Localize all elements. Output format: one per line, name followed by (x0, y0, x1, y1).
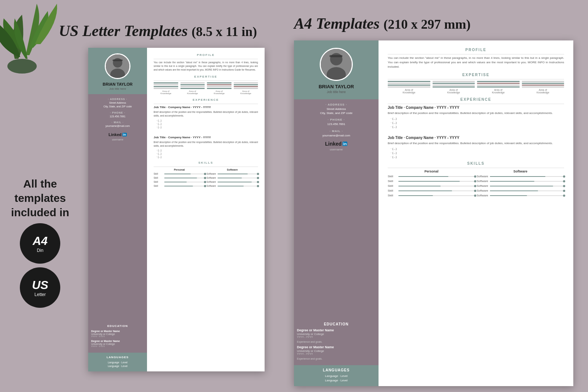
a4-skill-name-p3: Skill (388, 184, 397, 188)
a4-expertise-bar (522, 85, 564, 86)
a4-exp-desc1: Brief description of the position and th… (388, 111, 564, 115)
us-edu-years-1: YYYY - YYYY (91, 335, 144, 338)
us-expertise-bar (154, 88, 178, 89)
us-mail-block: · MAIL · yourname@mail.com (91, 121, 144, 128)
a4-skill-name-p2: Skill (388, 179, 397, 183)
a4-profile-text: You can include the section "about me" i… (388, 56, 564, 69)
us-exp-bullet-1-2: · (...) (154, 122, 258, 125)
us-address-line1: Street Address (91, 101, 144, 105)
a4-skill-bar-p2 (398, 181, 475, 182)
a4-skills-grid: Personal Skill Skill Skill (388, 170, 564, 199)
a4-expertise-bar (477, 83, 520, 84)
a4-expertise-label-2: Area ofKnowledge (447, 89, 460, 94)
us-edu-years-2: YYYY - YYYY (91, 345, 144, 348)
a4-skill-bar-s4 (490, 190, 564, 191)
a4-skill-bar-s3 (490, 186, 564, 186)
us-skill-personal-3: Skill (154, 181, 205, 183)
a4-skill-dot-s1 (563, 175, 565, 178)
a4-exp-bullet-1-2: · (...) (388, 121, 564, 124)
us-profile-divider (154, 59, 258, 59)
us-skill-dot-p3 (204, 181, 206, 183)
a4-expertise-bar (522, 81, 564, 82)
us-phone-block: · PHONE · 123.456.7891 (91, 111, 144, 118)
us-lang-item-1: Language · Level (91, 361, 144, 364)
a4-skill-dot-p3 (474, 185, 476, 187)
us-sidebar-info: · ADDRESS · Street Address City, State, … (88, 94, 147, 321)
us-skills-personal-header: Personal (154, 168, 205, 171)
svg-rect-4 (112, 60, 122, 61)
a4-expertise-bar (522, 83, 564, 84)
a4-edu-header: EDUCATION (297, 322, 376, 326)
us-skill-personal-1: Skill (154, 172, 205, 175)
a4-edu-years-1: YYYY - YYYY (297, 336, 376, 338)
us-expertise-bar (180, 86, 205, 87)
a4-expertise-bar (388, 85, 430, 86)
a4-sidebar-top: BRIAN TAYLOR Job title here (294, 40, 379, 99)
a4-expertise-bars-3 (477, 81, 520, 88)
a4-mail-block: · MAIL · yourname@mail.com (297, 129, 376, 138)
us-expertise-item-2: Area ofKnowledge (180, 82, 205, 95)
a4-phone: 123.456.7891 (297, 122, 376, 126)
us-skill-name-s1: Software (207, 172, 216, 175)
a4-skill-fill-p1 (398, 176, 448, 177)
a4-skill-bar-p4 (398, 190, 475, 191)
us-skill-fill-s2 (218, 178, 242, 178)
a4-skill-software-2: Software (477, 179, 564, 183)
a4-skill-name-p4: Skill (388, 189, 397, 192)
us-skill-dot-p2 (204, 177, 206, 179)
a4-exp-job2: Job Title · Company Name · YYYY - YYYY (388, 136, 564, 140)
a4-skill-fill-p4 (398, 190, 452, 191)
a4-edu-degree-2: Degree or Master Name (297, 345, 376, 349)
us-expertise-item-1: Area ofKnowledge (154, 82, 178, 95)
a4-profile-divider (388, 54, 564, 54)
a4-skill-dot-p1 (474, 175, 476, 178)
badge-us-sub: Letter (35, 292, 46, 297)
us-edu-degree-1: Degree or Master Name (91, 330, 144, 332)
a4-expertise-bar (477, 86, 520, 88)
us-skill-dot-s4 (257, 185, 259, 187)
a4-expertise-item-3: Area ofKnowledge (477, 81, 520, 94)
us-exp-bullet-2-2: · (...) (154, 152, 258, 155)
us-exp-bullet-1-3: · (...) (154, 126, 258, 128)
us-skill-name-s2: Software (207, 177, 216, 179)
us-edu-item-2: Degree or Master Name University or Coll… (91, 340, 144, 348)
a4-edu-years-2: YYYY - YYYY (297, 353, 376, 355)
a4-skill-fill-p2 (398, 181, 460, 182)
a4-mail-label: · MAIL · (297, 129, 376, 133)
us-expertise-bars-4 (234, 82, 258, 89)
us-expertise-label-4: Area ofKnowledge (240, 90, 251, 95)
us-linkedin-user: username (91, 138, 144, 141)
us-email: yourname@mail.com (91, 124, 144, 128)
a4-address-block: · ADDRESS · Street Address City, State, … (297, 103, 376, 115)
a4-expertise-bar (433, 86, 475, 88)
a4-main-content: PROFILE You can include the section "abo… (379, 40, 573, 386)
us-languages-section: LANGUAGES Language · Level Language · Le… (88, 353, 147, 371)
us-edu-school-2: University or College (91, 343, 144, 345)
a4-edu-school-2: University or College (297, 349, 376, 353)
us-skill-dot-p4 (204, 185, 206, 187)
a4-skill-fill-s5 (490, 195, 527, 196)
a4-linkedin-text: Linked (325, 141, 342, 147)
us-heading-normal: (8.5 x 11 in) (191, 24, 257, 39)
a4-skills-software-header: Software (477, 170, 564, 173)
a4-expertise-label-1: Area ofKnowledge (402, 89, 415, 94)
us-skill-name-s4: Software (207, 185, 216, 187)
us-skill-bar-p2 (164, 178, 205, 178)
us-expertise-bars-2 (180, 82, 205, 89)
resume-us: BRIAN TAYLOR Job title here · ADDRESS · … (88, 48, 265, 371)
us-skill-dot-s1 (257, 173, 259, 175)
a4-expertise-label-3: Area ofKnowledge (492, 89, 505, 94)
a4-skill-software-4: Software (477, 189, 564, 192)
us-name: BRIAN TAYLOR (103, 82, 132, 86)
us-expertise-bar (180, 84, 205, 85)
a4-exp-bullet-2-1: · (...) (388, 147, 564, 150)
a4-expertise-bar (388, 86, 430, 88)
a4-expertise-bar (433, 85, 475, 86)
a4-exp-desc2: Brief description of the position and th… (388, 141, 564, 146)
a4-skill-fill-s2 (490, 181, 534, 182)
a4-address-label: · ADDRESS · (297, 103, 376, 106)
us-skill-software-4: Software (207, 185, 258, 187)
a4-edu-item-2: Degree or Master Name University or Coll… (297, 345, 376, 360)
a4-exp-job1: Job Title · Company Name · YYYY - YYYY (388, 106, 564, 110)
a4-linkedin-block: Linkedin username (297, 140, 376, 151)
